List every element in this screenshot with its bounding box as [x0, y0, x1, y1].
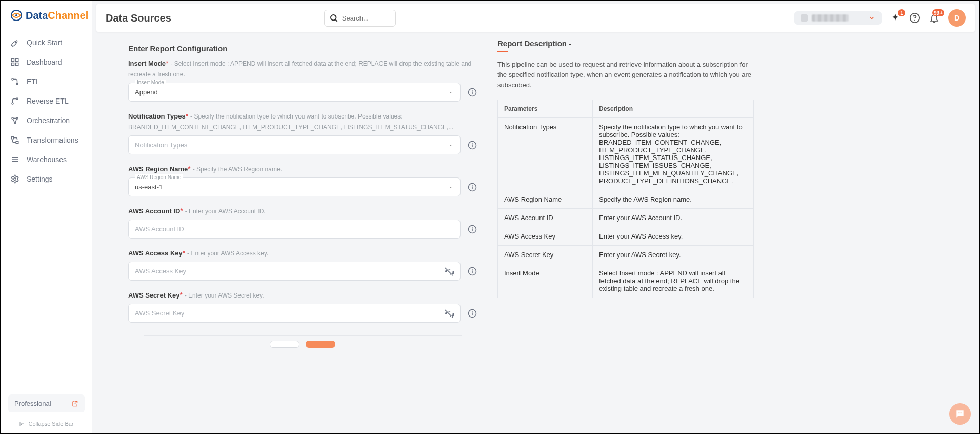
svg-point-12	[16, 117, 18, 119]
svg-point-13	[14, 122, 16, 124]
primary-action-button[interactable]	[306, 341, 335, 348]
logo-text-2: Channel	[48, 10, 88, 21]
info-icon[interactable]	[468, 267, 477, 276]
table-row: AWS Access KeyEnter your AWS Access key.	[498, 227, 754, 246]
visibility-off-icon[interactable]	[444, 308, 454, 319]
svg-point-11	[12, 117, 13, 119]
table-cell-param: AWS Access Key	[498, 227, 593, 246]
table-row: AWS Region NameSpecify the AWS Region na…	[498, 190, 754, 209]
info-icon[interactable]	[468, 141, 477, 150]
aws-account-id-label: AWS Account ID	[128, 207, 180, 215]
table-cell-param: Insert Mode	[498, 264, 593, 298]
plan-box[interactable]: Professional	[8, 394, 85, 412]
caret-down-icon	[448, 142, 454, 148]
aws-region-float-label: AWS Region Name	[135, 174, 183, 180]
sidebar-item-orchestration[interactable]: Orchestration	[1, 111, 92, 130]
collapse-sidebar-button[interactable]: Collapse Side Bar	[1, 418, 92, 429]
transform-icon	[10, 135, 19, 145]
insert-mode-help: - Select Insert mode : APPEND will inser…	[128, 60, 471, 78]
sidebar-item-label: Dashboard	[27, 58, 62, 66]
warehouse-icon	[10, 155, 19, 164]
svg-rect-3	[11, 58, 14, 61]
form-title: Enter Report Configuration	[128, 44, 477, 53]
table-cell-desc: Select Insert mode : APPEND will insert …	[593, 264, 754, 298]
external-link-icon	[71, 400, 78, 407]
svg-point-9	[12, 103, 13, 104]
svg-rect-4	[16, 58, 18, 61]
grid-icon	[10, 57, 19, 67]
insert-mode-float-label: Insert Mode	[135, 80, 166, 85]
insert-mode-label: Insert Mode	[128, 60, 166, 67]
table-row: AWS Account IDEnter your AWS Account ID.	[498, 209, 754, 227]
info-icon[interactable]	[468, 309, 477, 318]
table-cell-desc: Enter your AWS Secret key.	[593, 246, 754, 264]
chevron-down-icon	[868, 14, 875, 22]
page-title: Data Sources	[106, 12, 171, 24]
parameters-table: Parameters Description Notification Type…	[497, 100, 754, 298]
sparkle-button[interactable]: 1	[890, 12, 901, 24]
notifications-button[interactable]: 99+	[929, 12, 940, 24]
svg-point-40	[472, 269, 473, 270]
aws-secret-key-label: AWS Secret Key	[128, 291, 179, 299]
sidebar-item-settings[interactable]: Settings	[1, 169, 92, 189]
table-row: AWS Secret KeyEnter your AWS Secret key.	[498, 246, 754, 264]
sidebar-item-etl[interactable]: ETL	[1, 72, 92, 91]
logo-mark-icon	[10, 9, 23, 22]
svg-point-25	[914, 20, 915, 21]
description-header: Description	[593, 100, 754, 118]
svg-point-31	[472, 143, 473, 144]
svg-point-8	[16, 83, 18, 85]
sidebar-item-label: Reverse ETL	[27, 97, 69, 105]
table-cell-desc: Specify the notification type to which y…	[593, 118, 754, 190]
secondary-action-button[interactable]	[270, 341, 299, 348]
sidebar: DataChannel Quick Start Dashboard ETL Re…	[1, 1, 92, 433]
aws-secret-key-help: - Enter your AWS Secret key.	[185, 292, 264, 299]
sidebar-item-reverse-etl[interactable]: Reverse ETL	[1, 91, 92, 111]
aws-region-label: AWS Region Name	[128, 165, 188, 173]
svg-rect-15	[16, 141, 18, 144]
notification-types-select[interactable]: Notification Types	[128, 135, 461, 154]
svg-point-44	[958, 413, 959, 414]
reverse-etl-icon	[10, 96, 19, 106]
sidebar-item-label: Orchestration	[27, 116, 70, 125]
info-icon[interactable]	[468, 183, 477, 192]
aws-account-id-help: - Enter your AWS Account ID.	[185, 208, 266, 215]
aws-access-key-help: - Enter your AWS Access key.	[187, 250, 268, 257]
sidebar-item-transformations[interactable]: Transformations	[1, 130, 92, 150]
info-icon[interactable]	[468, 88, 477, 97]
divider	[144, 335, 462, 336]
table-cell-param: AWS Account ID	[498, 209, 593, 227]
aws-access-key-input[interactable]	[128, 262, 461, 281]
report-description-text: This pipeline can be used to request and…	[497, 60, 754, 90]
notification-types-label: Notification Types	[128, 112, 186, 120]
report-description-title: Report Description -	[497, 39, 754, 48]
info-icon[interactable]	[468, 225, 477, 234]
svg-point-1	[15, 14, 17, 16]
help-button[interactable]	[909, 12, 921, 24]
aws-region-value: us-east-1	[135, 183, 163, 191]
logo: DataChannel	[1, 9, 92, 31]
avatar-initial: D	[954, 14, 959, 22]
sidebar-nav: Quick Start Dashboard ETL Reverse ETL Or…	[1, 31, 92, 394]
table-cell-desc: Specify the AWS Region name.	[593, 190, 754, 209]
insert-mode-select[interactable]: Insert Mode Append	[128, 83, 461, 102]
avatar[interactable]: D	[948, 9, 966, 27]
workspace-selector[interactable]	[794, 11, 882, 25]
aws-region-select[interactable]: AWS Region Name us-east-1	[128, 177, 461, 196]
table-cell-param: Notification Types	[498, 118, 593, 190]
sidebar-item-quick-start[interactable]: Quick Start	[1, 33, 92, 52]
svg-point-2	[15, 41, 16, 42]
etl-icon	[10, 77, 19, 86]
svg-point-43	[472, 311, 473, 312]
sidebar-item-warehouses[interactable]: Warehouses	[1, 150, 92, 169]
table-row: Insert ModeSelect Insert mode : APPEND w…	[498, 264, 754, 298]
aws-account-id-input[interactable]	[128, 220, 461, 239]
svg-point-45	[959, 413, 961, 414]
aws-secret-key-input[interactable]	[128, 304, 461, 323]
sidebar-item-dashboard[interactable]: Dashboard	[1, 52, 92, 72]
visibility-off-icon[interactable]	[444, 266, 454, 277]
chat-bubble-button[interactable]	[949, 403, 971, 425]
aws-access-key-label: AWS Access Key	[128, 249, 183, 257]
sparkle-badge: 1	[898, 9, 905, 16]
svg-point-28	[472, 90, 473, 91]
